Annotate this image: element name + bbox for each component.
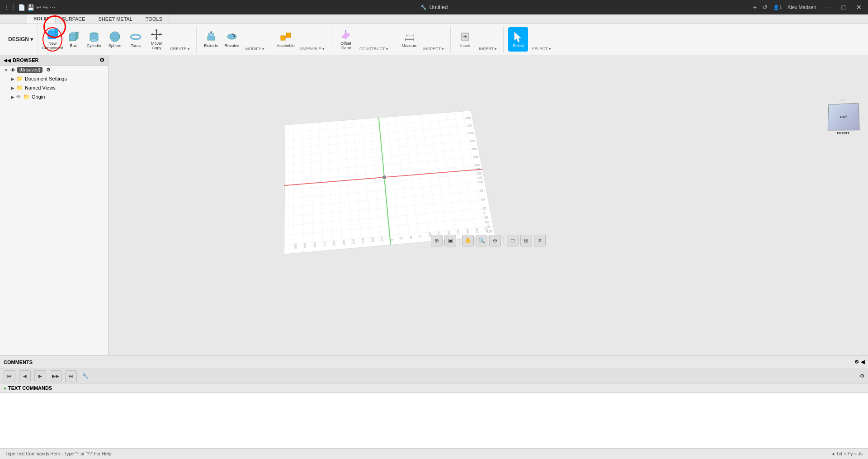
text-commands-dot: ●: [4, 386, 6, 391]
insert-label: Insert: [460, 44, 471, 48]
comments-settings-icon[interactable]: ⚙: [854, 359, 859, 365]
browser-doc-settings[interactable]: ▶ 📁 Document Settings: [0, 74, 108, 83]
torus-icon: [129, 30, 142, 43]
svg-point-8: [90, 39, 98, 42]
svg-text:25: 25: [400, 237, 403, 240]
vp-snap-btn[interactable]: ⊕: [431, 235, 443, 246]
assemble-btn[interactable]: Assemble: [276, 27, 296, 52]
add-tab-btn[interactable]: +: [753, 4, 757, 11]
timeline-last-btn[interactable]: ⏭: [65, 370, 77, 382]
measure-btn[interactable]: I←→I Measure: [400, 27, 420, 52]
construct-plane-btn[interactable]: OffsetPlane: [336, 27, 356, 52]
move-btn[interactable]: Move/Copy: [146, 27, 166, 52]
tab-sheetmetal[interactable]: SHEET METAL: [92, 14, 139, 24]
svg-rect-25: [281, 36, 285, 40]
root-settings-icon[interactable]: ⚙: [46, 67, 51, 73]
main-area: ◀◀ BROWSER ⚙ ▼ 👁 (Unsaved) ⚙ ▶ 📁 Documen…: [0, 55, 868, 355]
sphere-label: Sphere: [108, 44, 122, 48]
svg-text:200: 200: [352, 239, 355, 244]
svg-marker-30: [345, 30, 347, 31]
title-right-area: + ↺ 👤1 Alex Madsen — □ ✕: [753, 3, 864, 12]
create-box-btn[interactable]: Box: [63, 27, 83, 52]
select-btn[interactable]: Select: [508, 27, 528, 52]
file-icon[interactable]: 📄: [18, 4, 25, 11]
timeline-filter-icon[interactable]: 🔧: [82, 373, 89, 379]
tab-solid[interactable]: SOLID: [27, 14, 56, 24]
browser-origin[interactable]: ▶ 👁 📁 Origin: [0, 92, 108, 101]
user-name[interactable]: Alex Madsen: [788, 5, 816, 10]
insert-btn[interactable]: Insert: [455, 27, 475, 52]
revolve-btn[interactable]: Revolve: [222, 27, 242, 52]
status-hint: Type Text Commands Here - Type '?' or '?…: [5, 451, 111, 456]
torus-btn[interactable]: Torus: [126, 27, 146, 52]
viewport-controls: ⊕ ▣ ✋ 🔍 ⊖ □ ⊞ ≡: [431, 235, 546, 246]
viewcube-box[interactable]: TOP: [828, 103, 860, 130]
design-label-text: DESIGN ▾: [8, 36, 33, 43]
svg-text:150: 150: [371, 237, 375, 242]
svg-point-9: [110, 32, 120, 42]
measure-label: Measure: [401, 44, 417, 48]
vp-grid-btn[interactable]: ⊞: [520, 235, 532, 246]
timeline-prev-btn[interactable]: ◀: [19, 370, 31, 382]
root-expand-arrow: ▼: [4, 67, 9, 73]
sync-icon[interactable]: ↺: [762, 4, 768, 11]
svg-marker-16: [155, 38, 158, 40]
sphere-btn[interactable]: Sphere: [105, 27, 125, 52]
root-eye-icon[interactable]: 👁: [10, 67, 15, 73]
vp-env-btn[interactable]: ≡: [534, 235, 546, 246]
svg-text:100: 100: [477, 180, 483, 184]
undo-icon[interactable]: ↩: [36, 4, 41, 11]
svg-text:50: 50: [485, 220, 490, 224]
redo-icon[interactable]: ↪: [43, 4, 48, 11]
svg-text:350: 350: [294, 244, 297, 249]
origin-eye-icon[interactable]: 👁: [16, 94, 21, 99]
views-expand-arrow: ▶: [11, 85, 14, 90]
browser-header: ◀◀ BROWSER ⚙: [0, 55, 108, 66]
construct-group: OffsetPlane CONSTRUCT ▾: [332, 26, 395, 53]
tab-tools[interactable]: TOOLS: [139, 14, 169, 24]
timeline-first-btn[interactable]: ⏮: [4, 370, 15, 382]
vp-zoom-in-btn[interactable]: 🔍: [476, 235, 487, 246]
cylinder-btn[interactable]: Cylinder: [84, 27, 104, 52]
svg-marker-17: [151, 33, 153, 36]
svg-text:175: 175: [361, 238, 364, 243]
vp-pan-btn[interactable]: ✋: [462, 235, 474, 246]
comments-collapse-icon[interactable]: ◀: [861, 359, 864, 365]
timeline-next-btn[interactable]: ▶▶: [50, 370, 61, 382]
svg-marker-1: [48, 29, 55, 32]
minimize-btn[interactable]: —: [822, 3, 834, 12]
doc-settings-label: Document Settings: [25, 76, 67, 81]
svg-marker-15: [155, 29, 158, 31]
browser-root-item[interactable]: ▼ 👁 (Unsaved) ⚙: [0, 66, 108, 74]
timeline-play-btn[interactable]: ▶: [34, 370, 46, 382]
tab-surface[interactable]: SURFACE: [56, 14, 92, 24]
design-dropdown[interactable]: DESIGN ▾: [4, 26, 38, 53]
maximize-btn[interactable]: □: [839, 3, 848, 12]
vp-grid-display-btn[interactable]: ▣: [444, 235, 456, 246]
timeline-settings-icon[interactable]: ⚙: [860, 373, 864, 379]
vp-display-mode-btn[interactable]: □: [507, 235, 519, 246]
inspect-label: INSPECT ▾: [420, 26, 447, 53]
svg-marker-2: [55, 29, 58, 39]
text-command-input[interactable]: [0, 393, 868, 448]
save-icon[interactable]: 💾: [27, 4, 34, 11]
app-grid-icon[interactable]: ⋮⋮: [4, 4, 16, 11]
browser-settings-icon[interactable]: ⚙: [99, 57, 104, 63]
select-label: Select: [513, 44, 524, 48]
vp-zoom-out-btn[interactable]: ⊖: [489, 235, 501, 246]
construct-plane-label: OffsetPlane: [340, 42, 351, 51]
extrude-btn[interactable]: Extrude: [201, 27, 221, 52]
browser-named-views[interactable]: ▶ 📁 Named Views: [0, 83, 108, 92]
svg-text:250: 250: [333, 241, 336, 246]
title-left-icons: ⋮⋮ 📄 💾 ↩ ↪ ⋯: [4, 4, 56, 11]
svg-text:300: 300: [313, 242, 316, 247]
browser-collapse-icon[interactable]: ◀◀: [4, 58, 11, 63]
close-btn[interactable]: ✕: [854, 3, 864, 12]
more-icon[interactable]: ⋯: [50, 4, 56, 11]
new-component-btn[interactable]: NewComponent: [42, 27, 62, 52]
canvas-area[interactable]: 350 325 300 275 250 225 200 175 150 125 …: [108, 55, 868, 355]
svg-rect-26: [286, 33, 291, 38]
svg-text:I←→I: I←→I: [406, 34, 414, 37]
viewcube[interactable]: Z ↑ TOP FRONT: [823, 98, 863, 143]
revolve-icon: [226, 30, 238, 43]
